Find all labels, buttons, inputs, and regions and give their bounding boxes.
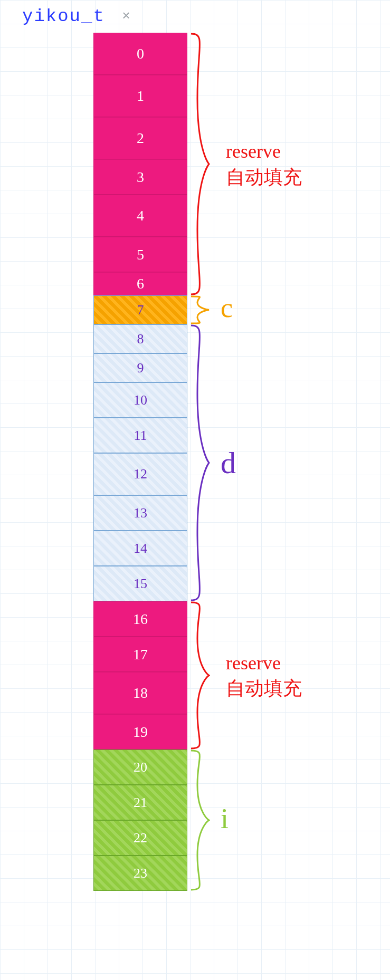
brace-reserve2 [189, 601, 221, 750]
close-icon[interactable]: × [122, 8, 131, 24]
brace-c [189, 295, 221, 324]
byte-cell: 14 [93, 531, 187, 566]
segment-label-i: i [221, 802, 229, 835]
byte-cell: 9 [93, 353, 187, 382]
byte-cell: 15 [93, 566, 187, 601]
byte-cell: 0 [93, 33, 187, 75]
byte-cell: 20 [93, 750, 187, 785]
struct-title: yikou_t × [22, 6, 131, 26]
byte-cell: 10 [93, 382, 187, 418]
byte-cell: 8 [93, 324, 187, 353]
brace-reserve1 [189, 33, 221, 295]
byte-cell: 3 [93, 159, 187, 195]
byte-cell: 1 [93, 75, 187, 117]
brace-d [189, 324, 221, 601]
byte-cell: 2 [93, 117, 187, 159]
brace-i [189, 750, 221, 891]
segment-label-reserve2: reserve自动填充 [226, 650, 302, 702]
segment-label-c: c [221, 292, 233, 323]
byte-cell: 6 [93, 272, 187, 295]
byte-cell: 19 [93, 714, 187, 750]
byte-cell: 16 [93, 601, 187, 637]
byte-cell: 18 [93, 672, 187, 714]
byte-cell: 21 [93, 785, 187, 820]
byte-cell: 22 [93, 820, 187, 856]
byte-cell: 7 [93, 295, 187, 324]
byte-cell: 11 [93, 418, 187, 453]
byte-cell: 13 [93, 495, 187, 531]
memory-layout-stack: 01234567891011121314151617181920212223 [93, 33, 187, 891]
title-text: yikou_t [22, 6, 105, 26]
byte-cell: 17 [93, 637, 187, 672]
segment-label-d: d [221, 445, 236, 481]
segment-label-reserve1: reserve自动填充 [226, 139, 302, 190]
byte-cell: 12 [93, 453, 187, 495]
byte-cell: 4 [93, 195, 187, 237]
byte-cell: 5 [93, 237, 187, 272]
byte-cell: 23 [93, 856, 187, 891]
